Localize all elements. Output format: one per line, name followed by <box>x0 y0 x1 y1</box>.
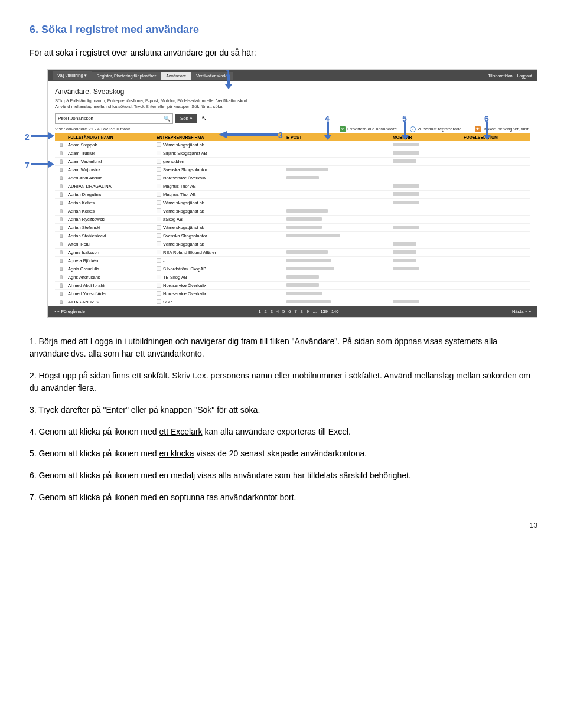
table-row: 🗑Agnes IsakssonREA Roland Eklund Affärer <box>55 249 530 257</box>
cell-epost <box>286 225 393 230</box>
arrow-1-down <box>224 76 233 89</box>
delete-icon[interactable]: 🗑 <box>55 258 68 263</box>
firm-icon <box>157 192 161 197</box>
delete-icon[interactable]: 🗑 <box>55 200 68 205</box>
delete-icon[interactable]: 🗑 <box>55 151 68 156</box>
pager-next[interactable]: Nästa » » <box>512 309 531 314</box>
page-number: 13 <box>30 521 537 530</box>
cell-firm: Värne skogstjänst ab <box>157 208 286 214</box>
firm-icon <box>157 275 161 279</box>
cell-firm: Värne skogstjänst ab <box>157 241 286 247</box>
pager-page[interactable]: 5 <box>282 309 285 314</box>
delete-icon[interactable]: 🗑 <box>55 275 68 280</box>
pager-page[interactable]: 1 <box>258 309 260 314</box>
firm-icon <box>157 159 161 164</box>
delete-icon[interactable]: 🗑 <box>55 233 68 239</box>
callout-2: 2 <box>25 132 30 142</box>
clock-icon: ✓ <box>410 126 416 132</box>
cell-epost <box>286 167 393 172</box>
pager-page[interactable]: 7 <box>294 309 296 314</box>
link-recent-users[interactable]: ✓ 20 senast registrerade <box>410 126 462 132</box>
delete-icon[interactable]: 🗑 <box>55 159 68 164</box>
cell-firm: - <box>157 258 286 263</box>
cell-name: ADRIAN DRAGALINA <box>68 184 157 189</box>
link-tillsbara[interactable]: Tillsbaratidan <box>488 74 512 78</box>
firm-icon <box>157 291 161 296</box>
cell-name: Adrian Dragalina <box>68 192 157 197</box>
cell-mobil <box>393 258 464 263</box>
pager-page[interactable]: 9 <box>307 309 309 314</box>
delete-icon[interactable]: 🗑 <box>55 291 68 296</box>
callout-4: 4 <box>325 114 330 123</box>
delete-icon[interactable]: 🗑 <box>55 250 68 255</box>
delete-icon[interactable]: 🗑 <box>55 184 68 189</box>
menu-anvandare[interactable]: Användare <box>161 72 191 80</box>
pager-page[interactable]: 2 <box>265 309 267 314</box>
cell-mobil <box>393 200 464 205</box>
app-screenshot: Välj utbildning ▾ Register, Plantering f… <box>47 69 537 318</box>
table-row: 🗑Adrian StobienieckiSvenska Skogsplantor <box>55 232 530 240</box>
firm-icon <box>157 217 161 221</box>
pager-page[interactable]: 6 <box>288 309 291 314</box>
arrow-6-down <box>483 122 492 140</box>
menu-register[interactable]: Register, Plantering för plantörer <box>92 72 161 80</box>
svg-marker-1 <box>225 84 232 89</box>
instr-7: 7. Genom att klicka på ikonen med en sop… <box>30 491 537 504</box>
delete-icon[interactable]: 🗑 <box>55 266 68 272</box>
search-button[interactable]: Sök » <box>175 114 197 123</box>
delete-icon[interactable]: 🗑 <box>55 217 68 222</box>
pager-page[interactable]: 3 <box>271 309 273 314</box>
cell-name: Adrian Ryczkowski <box>68 217 157 222</box>
table-body: 🗑Adam StoppokVärne skogstjänst ab🗑Adam T… <box>55 141 530 306</box>
cell-name: Adrian Kobos <box>68 208 157 214</box>
callout-3: 3 <box>278 130 283 140</box>
cell-mobil <box>393 250 464 255</box>
pager-page[interactable]: … <box>312 309 317 314</box>
arrow-7-right <box>31 160 54 168</box>
delete-icon[interactable]: 🗑 <box>55 175 68 181</box>
delete-icon[interactable]: 🗑 <box>55 241 68 247</box>
cell-firm: TB-Skog AB <box>157 275 286 280</box>
cell-name: Afteni Relu <box>68 241 157 247</box>
pager-page[interactable]: 139 <box>320 309 328 314</box>
delete-icon[interactable]: 🗑 <box>55 208 68 214</box>
firm-icon <box>157 208 161 213</box>
cell-mobil <box>393 159 464 164</box>
delete-icon[interactable]: 🗑 <box>55 225 68 230</box>
callout-6: 6 <box>484 114 489 123</box>
firm-icon <box>157 241 161 246</box>
table-row: 🗑Adam TrusiukSiljans Skogstjänst AB <box>55 149 530 158</box>
instr-2: 2. Högst upp på sidan finns ett sökfält.… <box>30 370 537 394</box>
search-icon[interactable]: 🔍 <box>164 116 170 122</box>
cell-name: Agnis Graudulis <box>68 266 157 272</box>
link-loggaut[interactable]: Loggaut <box>517 74 532 78</box>
delete-icon[interactable]: 🗑 <box>55 192 68 197</box>
pager-page[interactable]: 8 <box>301 309 303 314</box>
cell-firm: Nordservice Överkalix <box>157 175 286 181</box>
search-row: Peter Johansson 🔍 Sök » ↖ <box>55 113 530 124</box>
table-row: 🗑Aden Abdi AbdilleNordservice Överkalix <box>55 174 530 182</box>
pager-page[interactable]: 140 <box>331 309 339 314</box>
table-header: FULLSTÄNDIGT NAMN ENTREPRENÖRSFIRMA E-PO… <box>55 133 530 141</box>
cell-firm: Värne skogstjänst ab <box>157 225 286 230</box>
delete-icon[interactable]: 🗑 <box>55 299 68 305</box>
pager-page[interactable]: 4 <box>276 309 279 314</box>
arrow-5-down <box>400 122 410 140</box>
firm-icon <box>157 250 161 254</box>
pager-prev[interactable]: « « Föregående <box>54 309 85 314</box>
link-export-users[interactable]: x Exportera alla användare <box>340 126 397 132</box>
cell-name: Ahmed Yussuf Aden <box>68 291 157 296</box>
table-row: 🗑ADRIAN DRAGALINAMagnus Thor AB <box>55 182 530 191</box>
delete-icon[interactable]: 🗑 <box>55 283 68 288</box>
delete-icon[interactable]: 🗑 <box>55 142 68 148</box>
firm-icon <box>157 142 161 147</box>
menu-valj-utbildning[interactable]: Välj utbildning ▾ <box>53 71 92 80</box>
cell-name: AIDAS ANUZIS <box>68 299 157 305</box>
instr-3: 3. Tryck därefter på "Enter" eller på kn… <box>30 404 537 416</box>
table-row: 🗑Ahmed Yussuf AdenNordservice Överkalix <box>55 290 530 298</box>
table-row: 🗑Adrian StefanskiVärne skogstjänst ab <box>55 224 530 232</box>
table-row: 🗑Adrian KobosVärne skogstjänst ab <box>55 207 530 216</box>
delete-icon[interactable]: 🗑 <box>55 167 68 172</box>
search-input[interactable]: Peter Johansson 🔍 <box>55 113 173 124</box>
cell-name: Agneta Björkén <box>68 258 157 263</box>
